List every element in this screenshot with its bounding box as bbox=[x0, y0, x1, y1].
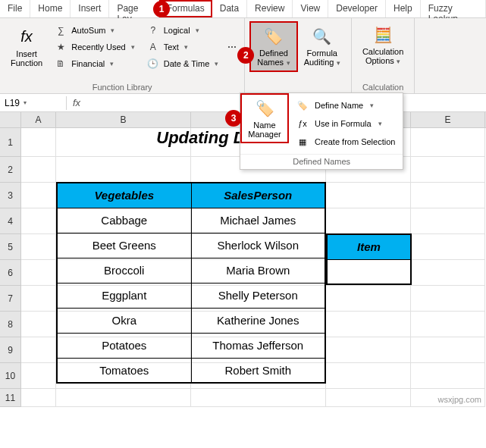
cell[interactable] bbox=[411, 183, 485, 208]
cell[interactable] bbox=[411, 312, 485, 337]
text-icon: A bbox=[147, 41, 159, 53]
row-header-8[interactable]: 8 bbox=[0, 312, 21, 337]
cell[interactable] bbox=[411, 260, 485, 286]
col-header-b[interactable]: B bbox=[56, 112, 191, 127]
cell-item[interactable] bbox=[327, 259, 411, 284]
clock-icon: 🕒 bbox=[147, 58, 159, 70]
row-header-3[interactable]: 3 bbox=[0, 183, 21, 208]
logical-button[interactable]: ?Logical▾ bbox=[144, 23, 222, 38]
table-row[interactable]: EggplantShelly Peterson bbox=[57, 283, 325, 308]
tab-page-layout[interactable]: Page Lay bbox=[109, 0, 158, 17]
cell-veg[interactable]: Okra bbox=[57, 308, 191, 333]
cell-sp[interactable]: Sherlock Wilson bbox=[191, 233, 325, 258]
table-row[interactable]: Beet GreensSherlock Wilson bbox=[57, 233, 325, 258]
cell[interactable] bbox=[21, 260, 56, 286]
cell[interactable] bbox=[21, 389, 56, 407]
cell[interactable] bbox=[21, 157, 56, 183]
tab-view[interactable]: View bbox=[293, 0, 328, 17]
formula-auditing-button[interactable]: 🔍 FormulaAuditing ▾ bbox=[298, 21, 346, 72]
cell[interactable] bbox=[326, 183, 411, 208]
calculation-options-button[interactable]: 🧮 CalculationOptions ▾ bbox=[356, 21, 409, 69]
cell[interactable] bbox=[411, 234, 485, 260]
cell-veg[interactable]: Potatoes bbox=[57, 333, 191, 358]
autosum-button[interactable]: ∑AutoSum▾ bbox=[52, 23, 138, 38]
cell[interactable] bbox=[411, 208, 485, 234]
create-from-selection-option[interactable]: ▦Create from Selection bbox=[289, 133, 403, 151]
cell-veg[interactable]: Beet Greens bbox=[57, 233, 191, 258]
row-header-5[interactable]: 5 bbox=[0, 234, 21, 260]
chevron-down-icon: ▾ bbox=[184, 43, 188, 51]
name-box[interactable]: L19▾ bbox=[0, 96, 67, 110]
table-row[interactable]: PotatoesThomas Jefferson bbox=[57, 333, 325, 358]
define-name-option[interactable]: 🏷️Define Name▾ bbox=[289, 96, 403, 114]
cell[interactable] bbox=[326, 363, 411, 389]
cell-veg[interactable]: Eggplant bbox=[57, 283, 191, 308]
more-dots-icon[interactable]: ⋯ bbox=[227, 42, 237, 52]
text-button[interactable]: AText▾ bbox=[144, 39, 222, 55]
cell-sp[interactable]: Thomas Jefferson bbox=[191, 333, 325, 358]
row-header-2[interactable]: 2 bbox=[0, 157, 21, 183]
table-row[interactable] bbox=[327, 259, 411, 284]
select-all-corner[interactable] bbox=[0, 112, 21, 127]
cell-veg[interactable]: Cabbage bbox=[57, 208, 191, 233]
insert-function-button[interactable]: fx InsertFunction bbox=[5, 21, 49, 73]
cell-sp[interactable]: Katherine Jones bbox=[191, 308, 325, 333]
name-manager-button[interactable]: 🏷️ NameManager bbox=[240, 93, 289, 143]
tab-developer[interactable]: Developer bbox=[328, 0, 386, 17]
selection-icon: ▦ bbox=[296, 136, 309, 148]
cell-veg[interactable]: Broccoli bbox=[57, 258, 191, 283]
row-header-6[interactable]: 6 bbox=[0, 260, 21, 286]
cell-sp[interactable]: Shelly Peterson bbox=[191, 283, 325, 308]
cell[interactable] bbox=[21, 234, 56, 260]
cell[interactable] bbox=[191, 389, 326, 407]
cell-sp[interactable]: Maria Brown bbox=[191, 258, 325, 283]
cell[interactable] bbox=[21, 312, 56, 337]
cell[interactable] bbox=[411, 157, 485, 183]
cell[interactable] bbox=[411, 286, 485, 312]
col-header-e[interactable]: E bbox=[411, 112, 485, 127]
row-header-7[interactable]: 7 bbox=[0, 286, 21, 312]
cell[interactable] bbox=[21, 363, 56, 389]
recently-used-button[interactable]: ★Recently Used▾ bbox=[52, 39, 138, 55]
row-header-11[interactable]: 11 bbox=[0, 389, 21, 407]
row-header-4[interactable]: 4 bbox=[0, 208, 21, 234]
tab-review[interactable]: Review bbox=[247, 0, 293, 17]
use-in-formula-option[interactable]: ƒxUse in Formula▾ bbox=[289, 114, 403, 133]
tab-insert[interactable]: Insert bbox=[71, 0, 109, 17]
col-header-a[interactable]: A bbox=[21, 112, 56, 127]
tab-file[interactable]: File bbox=[0, 0, 30, 17]
financial-button[interactable]: 🗎Financial▾ bbox=[52, 56, 138, 71]
cell[interactable] bbox=[411, 363, 485, 389]
calculator-icon: 🧮 bbox=[371, 24, 395, 45]
row-header-1[interactable]: 1 bbox=[0, 128, 21, 157]
cell[interactable] bbox=[326, 286, 411, 312]
cell-sp[interactable]: Michael James bbox=[191, 208, 325, 233]
row-header-9[interactable]: 9 bbox=[0, 337, 21, 363]
table-row[interactable]: OkraKatherine Jones bbox=[57, 308, 325, 333]
cell-sp[interactable]: Robert Smith bbox=[191, 358, 325, 383]
tab-data[interactable]: Data bbox=[212, 0, 247, 17]
tab-home[interactable]: Home bbox=[30, 0, 71, 17]
cell[interactable] bbox=[21, 183, 56, 208]
cell[interactable] bbox=[21, 286, 56, 312]
cell[interactable] bbox=[326, 208, 411, 234]
cell[interactable] bbox=[326, 312, 411, 337]
cell-veg[interactable]: Tomatoes bbox=[57, 358, 191, 383]
cell[interactable] bbox=[21, 208, 56, 234]
cell[interactable] bbox=[326, 337, 411, 363]
tab-help[interactable]: Help bbox=[386, 0, 421, 17]
row-header-10[interactable]: 10 bbox=[0, 363, 21, 389]
cell[interactable] bbox=[56, 157, 191, 183]
table-row[interactable]: TomatoesRobert Smith bbox=[57, 358, 325, 383]
table-row[interactable]: BroccoliMaria Brown bbox=[57, 258, 325, 283]
cell[interactable] bbox=[56, 389, 191, 407]
tab-fuzzy-lookup[interactable]: Fuzzy Lookup bbox=[421, 0, 486, 17]
cell[interactable] bbox=[21, 337, 56, 363]
cell[interactable] bbox=[326, 389, 411, 407]
table-row[interactable]: CabbageMichael James bbox=[57, 208, 325, 233]
date-time-button[interactable]: 🕒Date & Time▾ bbox=[144, 56, 222, 71]
fx-icon[interactable]: fx bbox=[67, 97, 86, 108]
defined-names-button[interactable]: 2 🏷️ DefinedNames ▾ bbox=[249, 21, 297, 72]
cell[interactable] bbox=[411, 337, 485, 363]
ribbon: fx InsertFunction ∑AutoSum▾ ★Recently Us… bbox=[0, 18, 486, 94]
